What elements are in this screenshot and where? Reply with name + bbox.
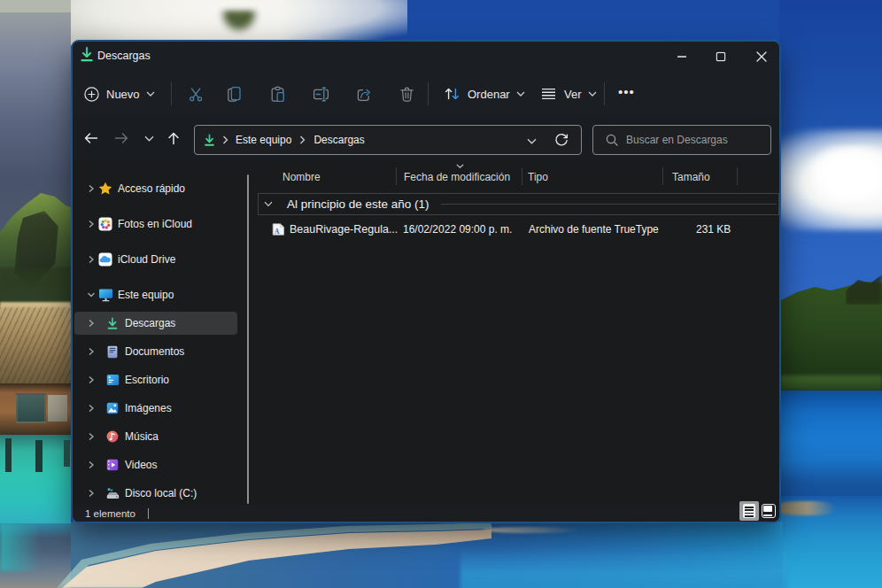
- svg-text:A: A: [275, 228, 280, 236]
